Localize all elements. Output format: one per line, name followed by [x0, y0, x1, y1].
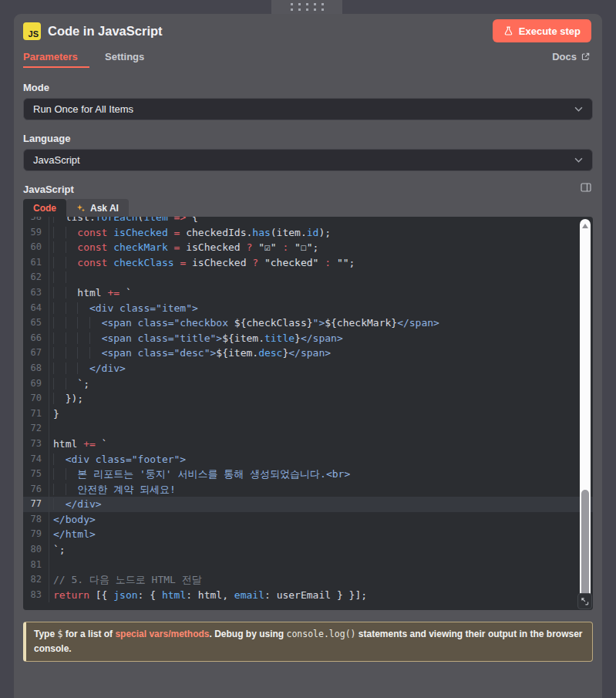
mode-label: Mode — [23, 82, 49, 93]
node-title: Code in JavaScript — [48, 24, 163, 39]
line-number: 72 — [23, 421, 49, 437]
code-line[interactable]: 61 const checkClass = isChecked ? "check… — [23, 255, 593, 271]
code-line[interactable]: 68 </div> — [23, 361, 593, 376]
line-number: 66 — [23, 331, 49, 346]
code-line[interactable]: 82// 5. 다음 노드로 HTML 전달 — [23, 572, 593, 588]
node-details-panel: JS Code in JavaScript Execute step Param… — [14, 14, 602, 698]
docs-label: Docs — [552, 51, 577, 62]
code-tab-label: Code — [33, 203, 56, 214]
chevron-down-icon — [574, 106, 583, 112]
code-line[interactable]: 76 안전한 계약 되세요! — [23, 482, 593, 497]
code-line[interactable]: 78</body> — [23, 512, 593, 528]
external-link-icon — [581, 52, 590, 61]
tab-parameters[interactable]: Parameters — [23, 51, 78, 62]
line-number: 64 — [23, 301, 49, 316]
scroll-up-arrow-icon[interactable] — [582, 224, 588, 228]
line-number: 65 — [23, 315, 49, 331]
code-line[interactable]: 81 — [23, 558, 593, 573]
expand-editor-icon[interactable] — [577, 593, 592, 609]
drag-dots-icon — [291, 3, 324, 11]
line-number: 80 — [23, 542, 49, 558]
mode-select[interactable]: Run Once for All Items — [23, 98, 593, 120]
line-number: 81 — [23, 558, 49, 573]
line-number: 61 — [23, 255, 49, 271]
line-number: 83 — [23, 588, 49, 603]
hint-code-text: console.log() — [286, 629, 355, 639]
code-line[interactable]: 69 `; — [23, 376, 593, 392]
code-line[interactable]: 64 <div class="item"> — [23, 301, 593, 316]
line-number: 67 — [23, 346, 49, 361]
line-number: 82 — [23, 572, 49, 588]
editor-tab-bar: Code Ask AI — [23, 199, 129, 217]
code-line[interactable]: 83return [{ json: { html: html, email: u… — [23, 588, 593, 603]
code-line[interactable]: 77 </div> — [23, 497, 593, 512]
code-line[interactable]: 62 — [23, 270, 593, 285]
line-number: 60 — [23, 240, 49, 255]
docs-link[interactable]: Docs — [552, 51, 590, 62]
editor-hint: Type $ for a list of special vars/method… — [23, 622, 593, 662]
code-editor[interactable]: 58 list.forEach(item => {59 const isChec… — [23, 217, 593, 610]
code-line[interactable]: 70 }); — [23, 391, 593, 406]
code-line[interactable]: 60 const checkMark = isChecked ? "☑" : "… — [23, 240, 593, 255]
hint-plain-text: Type — [34, 629, 57, 639]
code-lines: 58 list.forEach(item => {59 const isChec… — [23, 217, 593, 602]
line-number: 59 — [23, 225, 49, 241]
line-number: 71 — [23, 406, 49, 422]
hint-text: Type $ for a list of special vars/method… — [34, 629, 583, 654]
execute-step-label: Execute step — [519, 25, 581, 37]
line-number: 77 — [23, 497, 49, 512]
editor-section-label: JavaScript — [23, 184, 74, 195]
editor-scrollbar[interactable] — [580, 219, 591, 608]
language-select[interactable]: JavaScript — [23, 149, 593, 171]
line-number: 76 — [23, 482, 49, 497]
line-number: 68 — [23, 361, 49, 376]
scrollbar-thumb[interactable] — [581, 490, 589, 605]
tab-settings[interactable]: Settings — [105, 51, 144, 62]
code-line[interactable]: 66 <span class="title">${item.title}</sp… — [23, 331, 593, 346]
code-line[interactable]: 58 list.forEach(item => { — [23, 217, 593, 225]
split-pane-icon[interactable] — [581, 183, 591, 192]
hint-plain-text: . Debug by using — [209, 629, 286, 639]
language-select-value: JavaScript — [33, 154, 80, 166]
tab-code[interactable]: Code — [23, 199, 66, 217]
sparkles-icon — [76, 204, 86, 213]
line-number: 78 — [23, 512, 49, 528]
code-line[interactable]: 63 html += ` — [23, 285, 593, 301]
flask-icon — [503, 26, 513, 36]
line-number: 69 — [23, 376, 49, 392]
code-line[interactable]: 75 본 리포트는 '둥지' 서비스를 통해 생성되었습니다.<br> — [23, 467, 593, 482]
mode-select-value: Run Once for All Items — [33, 103, 133, 115]
code-line[interactable]: 59 const isChecked = checkedIds.has(item… — [23, 225, 593, 241]
ask-ai-tab-label: Ask AI — [90, 203, 119, 214]
code-line[interactable]: 79</html> — [23, 527, 593, 542]
language-label: Language — [23, 133, 70, 144]
line-number: 58 — [23, 217, 49, 225]
code-line[interactable]: 71} — [23, 406, 593, 422]
special-vars-link[interactable]: special vars/methods — [115, 629, 209, 639]
code-line[interactable]: 65 <span class="checkbox ${checkClass}">… — [23, 315, 593, 331]
line-number: 70 — [23, 391, 49, 406]
line-number: 74 — [23, 452, 49, 467]
code-line[interactable]: 74 <div class="footer"> — [23, 452, 593, 467]
active-tab-underline — [23, 66, 89, 68]
panel-drag-handle[interactable] — [271, 0, 342, 14]
line-number: 79 — [23, 527, 49, 542]
tab-ask-ai[interactable]: Ask AI — [66, 199, 129, 217]
line-number: 73 — [23, 437, 49, 452]
code-line[interactable]: 73html += ` — [23, 437, 593, 452]
line-number: 75 — [23, 467, 49, 482]
line-number: 62 — [23, 270, 49, 285]
js-node-icon: JS — [23, 22, 41, 40]
code-line[interactable]: 72 — [23, 421, 593, 437]
code-line[interactable]: 67 <span class="desc">${item.desc}</span… — [23, 346, 593, 361]
chevron-down-icon — [574, 157, 583, 163]
execute-step-button[interactable]: Execute step — [493, 19, 591, 42]
code-line[interactable]: 80`; — [23, 542, 593, 558]
line-number: 63 — [23, 285, 49, 301]
hint-plain-text: for a list of — [62, 629, 115, 639]
